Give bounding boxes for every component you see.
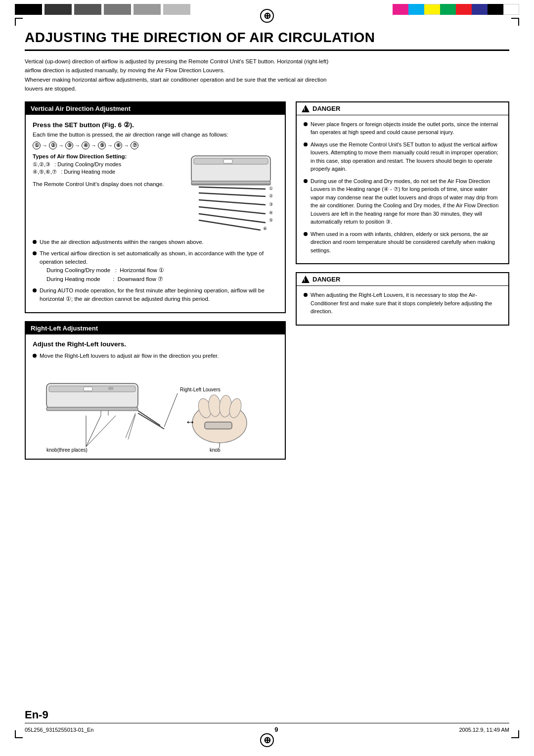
type1-label: : During Cooling/Dry modes	[54, 161, 121, 167]
svg-text:⑥: ⑥	[263, 226, 267, 231]
danger-list-2: When adjusting the Right-Left Louvers, i…	[304, 291, 501, 316]
vertical-section-header: Vertical Air Direction Adjustment	[26, 102, 285, 115]
danger-box-1: ! DANGER Never place fingers or foreign …	[296, 101, 509, 265]
svg-line-5	[199, 187, 266, 189]
bullet-3: During AUTO mode operation, for the firs…	[33, 286, 278, 304]
top-black-bars	[15, 4, 190, 15]
svg-rect-37	[205, 422, 232, 429]
footer-center: 9	[274, 726, 278, 733]
bullet-1-text: Use the air direction adjustments within…	[40, 238, 204, 246]
intro-line2: airflow direction is adjusted manually, …	[25, 66, 509, 75]
danger-triangle-2: !	[302, 276, 310, 283]
en-label: En-9	[25, 709, 48, 721]
adjust-louvers-title: Adjust the Right-Left louvers.	[33, 340, 278, 348]
ac-diagram: ① ② ③ ④ ⑤ ⑥	[189, 153, 278, 234]
svg-text:②: ②	[269, 193, 273, 198]
color-yellow	[424, 4, 440, 15]
svg-rect-2	[223, 159, 232, 163]
types-text: Types of Air flow Direction Setting: ①,②…	[33, 153, 181, 234]
danger-item-1-3: During use of the Cooling and Dry modes,…	[304, 177, 501, 226]
page-footer: 05L256_9315255013-01_En 9 2005.12.9, 11:…	[25, 723, 509, 733]
color-cyan	[408, 4, 424, 15]
right-left-header: Right-Left Adjustment	[26, 322, 285, 334]
bullet-2-sub1: During Cooling/Dry mode : Horizontal flo…	[46, 266, 278, 275]
types-section: Types of Air flow Direction Setting: ①,②…	[33, 153, 278, 234]
svg-text:③: ③	[269, 202, 273, 207]
step-3: ③	[65, 142, 73, 149]
right-left-content: Adjust the Right-Left louvers. Move the …	[26, 334, 285, 458]
step-5: ⑤	[98, 142, 106, 149]
vertical-section-content: Press the SET button (Fig. 6 ②). Each ti…	[26, 115, 285, 313]
intro-line3: Whenever making horizontal airflow adjus…	[25, 75, 509, 84]
black-bar-3	[74, 4, 101, 15]
svg-line-24	[138, 411, 160, 425]
bullet-2-text: The vertical airflow direction is set au…	[40, 249, 278, 284]
step-1: ①	[33, 142, 41, 149]
set-button-title: Press the SET button (Fig. 6 ②).	[33, 121, 278, 129]
step-desc: Each time the button is pressed, the air…	[33, 132, 278, 138]
danger-text-1-1: Never place fingers or foreign objects i…	[311, 120, 501, 137]
danger-list-1: Never place fingers or foreign objects i…	[304, 120, 501, 255]
danger-triangle-1: !	[302, 105, 310, 112]
crosshair-bottom: ⊕	[260, 733, 274, 747]
right-column: ! DANGER Never place fingers or foreign …	[296, 101, 509, 468]
right-left-bullets: Move the Right-Left louvers to adjust ai…	[33, 352, 278, 360]
black-bar-1	[15, 4, 42, 15]
svg-rect-3	[191, 181, 270, 185]
bullet-2: The vertical airflow direction is set au…	[33, 249, 278, 284]
step-7: ⑦	[131, 142, 138, 149]
bullet-2-sub2: During Heating mode : Downward flow ⑦	[46, 275, 278, 284]
footer-left: 05L256_9315255013-01_En	[25, 727, 93, 733]
color-green	[440, 4, 456, 15]
remote-note: The Remote Control Unit's display does n…	[33, 180, 181, 189]
svg-line-29	[86, 416, 101, 447]
right-left-section: Right-Left Adjustment Adjust the Right-L…	[25, 321, 286, 459]
main-content: ADJUSTING THE DIRECTION OF AIR CIRCULATI…	[25, 30, 509, 726]
danger-item-2-1: When adjusting the Right-Left Louvers, i…	[304, 291, 501, 316]
svg-line-26	[126, 413, 135, 438]
vertical-section: Vertical Air Direction Adjustment Press …	[25, 101, 286, 314]
svg-text:knob(three places): knob(three places)	[46, 447, 88, 453]
svg-rect-19	[84, 387, 92, 391]
svg-text:⑤: ⑤	[269, 218, 273, 223]
footer-right: 2005.12.9, 11:49 AM	[459, 727, 509, 733]
color-white	[503, 4, 519, 15]
svg-line-6	[199, 193, 266, 196]
type1-row: ①,②,③ : During Cooling/Dry modes	[33, 161, 181, 168]
svg-text:↔: ↔	[185, 416, 196, 428]
svg-rect-21	[46, 407, 138, 411]
color-black	[488, 4, 503, 15]
type1-nums: ①,②,③	[33, 161, 50, 168]
danger-content-2: When adjusting the Right-Left Louvers, i…	[297, 286, 508, 325]
page-title: ADJUSTING THE DIRECTION OF AIR CIRCULATI…	[25, 30, 509, 51]
color-red	[456, 4, 472, 15]
crosshair-top: ⊕	[260, 9, 274, 23]
danger-text-1-3: During use of the Cooling and Dry modes,…	[311, 177, 501, 226]
svg-line-27	[128, 415, 135, 439]
type2-label: : During Heating mode	[61, 169, 115, 175]
danger-item-1-4: When used in a room with infants, childr…	[304, 230, 501, 255]
svg-line-8	[199, 207, 266, 214]
danger-content-1: Never place fingers or foreign objects i…	[297, 115, 508, 264]
danger-text-1-2: Always use the Remote Control Unit's SET…	[311, 141, 501, 173]
type2-nums: ④,⑤,⑥,⑦	[33, 169, 57, 175]
danger-label-1: DANGER	[312, 105, 340, 112]
danger-text-1-4: When used in a room with infants, childr…	[311, 230, 501, 255]
black-bar-6	[163, 4, 190, 15]
step-2: ②	[49, 142, 57, 149]
step-sequence: ① → ② → ③ → ④ → ⑤ → ⑥ → ⑦	[33, 142, 278, 149]
corner-tl	[15, 18, 23, 26]
svg-line-25	[138, 413, 164, 429]
color-blue	[472, 4, 488, 15]
black-bar-4	[104, 4, 131, 15]
types-title: Types of Air flow Direction Setting:	[33, 153, 181, 159]
svg-text:①: ①	[269, 186, 273, 191]
svg-rect-20	[108, 387, 113, 390]
corner-tr	[511, 18, 519, 26]
danger-label-2: DANGER	[312, 276, 340, 283]
step-4: ④	[82, 142, 89, 149]
black-bar-5	[134, 4, 161, 15]
svg-text:knob: knob	[210, 447, 221, 453]
svg-text:④: ④	[269, 210, 273, 215]
rl-bullet-1: Move the Right-Left louvers to adjust ai…	[33, 352, 278, 360]
